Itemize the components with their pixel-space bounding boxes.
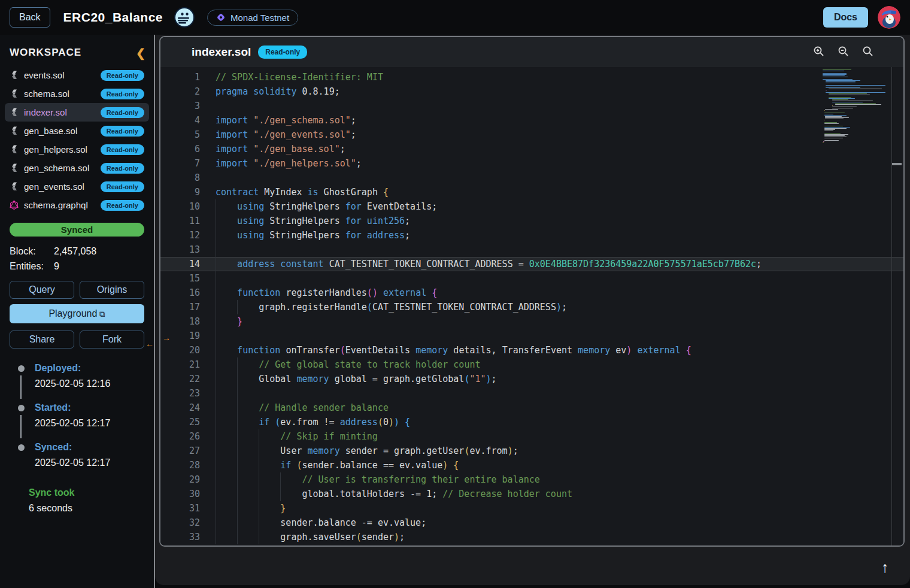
code-line-7[interactable]: 7import "./gen_helpers.sol"; bbox=[160, 156, 903, 171]
code-line-6[interactable]: 6import "./gen_base.sol"; bbox=[160, 142, 903, 156]
line-content: pragma solidity 0.8.19; bbox=[200, 84, 340, 99]
file-name: schema.sol bbox=[24, 89, 101, 99]
code-line-25[interactable]: 25if (ev.from != address(0)) { bbox=[160, 415, 903, 429]
code-line-29[interactable]: 29// User is transferring their entire b… bbox=[160, 472, 903, 487]
resize-handle-icon[interactable]: →← bbox=[145, 335, 171, 347]
solidity-file-icon bbox=[10, 144, 19, 154]
timeline-time: 2025-02-05 12:17 bbox=[35, 418, 154, 442]
code-line-18[interactable]: 18} bbox=[160, 314, 903, 329]
entities-label: Entities: bbox=[10, 261, 54, 272]
line-content: } bbox=[200, 314, 242, 329]
line-content: User memory sender = graph.getUser(ev.fr… bbox=[200, 444, 518, 458]
code-area[interactable]: 1// SPDX-License-Identifier: MIT2pragma … bbox=[160, 67, 903, 545]
line-number: 15 bbox=[160, 271, 200, 286]
network-label: Monad Testnet bbox=[230, 13, 289, 23]
collapse-sidebar-icon[interactable]: ❮ bbox=[136, 47, 145, 59]
code-line-19[interactable]: 19 bbox=[160, 329, 903, 343]
code-line-12[interactable]: 12using StringHelpers for address; bbox=[160, 228, 903, 243]
code-line-23[interactable]: 23 bbox=[160, 386, 903, 401]
solidity-file-icon bbox=[10, 70, 19, 80]
line-number: 13 bbox=[160, 243, 200, 257]
line-number: 25 bbox=[160, 415, 200, 429]
minimap[interactable] bbox=[823, 69, 887, 144]
code-line-21[interactable]: 21// Get global state to track holder co… bbox=[160, 357, 903, 372]
line-content: function registerHandles() external { bbox=[200, 286, 437, 300]
code-line-33[interactable]: 33graph.saveUser(sender); bbox=[160, 530, 903, 544]
code-line-10[interactable]: 10using StringHelpers for EventDetails; bbox=[160, 199, 903, 214]
sidebar-file-events.sol[interactable]: events.solRead-only bbox=[5, 66, 149, 84]
origins-button[interactable]: Origins bbox=[80, 281, 144, 299]
code-line-15[interactable]: 15 bbox=[160, 271, 903, 286]
code-line-1[interactable]: 1// SPDX-License-Identifier: MIT bbox=[160, 70, 903, 84]
zoom-out-icon[interactable] bbox=[838, 46, 849, 59]
sync-took-value: 6 seconds bbox=[29, 503, 154, 514]
sidebar-file-schema.sol[interactable]: schema.solRead-only bbox=[5, 84, 149, 103]
timeline-time: 2025-02-05 12:17 bbox=[35, 457, 154, 481]
sidebar-file-gen_helpers.sol[interactable]: gen_helpers.solRead-only bbox=[5, 140, 149, 159]
sidebar-file-gen_base.sol[interactable]: gen_base.solRead-only bbox=[5, 122, 149, 140]
code-line-30[interactable]: 30global.totalHolders -= 1; // Decrease … bbox=[160, 487, 903, 501]
line-content: // User is transferring their entire bal… bbox=[200, 472, 540, 487]
code-line-17[interactable]: 17graph.registerHandle(CAT_TESTNET_TOKEN… bbox=[160, 300, 903, 314]
sidebar-file-schema.graphql[interactable]: schema.graphqlRead-only bbox=[5, 196, 149, 214]
scrollbar-thumb[interactable] bbox=[892, 163, 902, 165]
code-line-4[interactable]: 4import "./gen_schema.sol"; bbox=[160, 113, 903, 128]
line-content bbox=[200, 243, 237, 257]
line-content: using StringHelpers for EventDetails; bbox=[200, 199, 437, 214]
line-content: function onTransfer(EventDetails memory … bbox=[200, 343, 691, 357]
share-button[interactable]: Share bbox=[10, 331, 74, 348]
query-button[interactable]: Query bbox=[10, 281, 74, 299]
docs-button[interactable]: Docs bbox=[823, 7, 868, 28]
file-name: indexer.sol bbox=[24, 107, 101, 117]
line-content: if (sender.balance == ev.value) { bbox=[200, 458, 459, 472]
code-line-2[interactable]: 2pragma solidity 0.8.19; bbox=[160, 84, 903, 99]
code-line-5[interactable]: 5import "./gen_events.sol"; bbox=[160, 128, 903, 142]
sidebar-file-indexer.sol[interactable]: indexer.solRead-only bbox=[5, 103, 149, 122]
line-number: 27 bbox=[160, 444, 200, 458]
scroll-to-top-button[interactable]: ↑ bbox=[872, 556, 898, 578]
search-icon[interactable] bbox=[862, 46, 873, 59]
sync-status-badge: Synced bbox=[10, 223, 144, 237]
code-line-24[interactable]: 24// Handle sender balance bbox=[160, 401, 903, 415]
code-line-20[interactable]: 20function onTransfer(EventDetails memor… bbox=[160, 343, 903, 357]
editor-header: indexer.sol Read-only bbox=[160, 37, 903, 67]
line-content: import "./gen_schema.sol"; bbox=[200, 113, 356, 128]
line-content bbox=[200, 386, 259, 401]
code-lines: 1// SPDX-License-Identifier: MIT2pragma … bbox=[160, 70, 903, 544]
code-line-9[interactable]: 9contract MyIndex is GhostGraph { bbox=[160, 185, 903, 199]
graphql-file-icon bbox=[10, 200, 19, 210]
sidebar: WORKSPACE ❮ events.solRead-onlyschema.so… bbox=[0, 35, 154, 588]
user-avatar[interactable] bbox=[878, 6, 900, 29]
readonly-badge: Read-only bbox=[101, 126, 144, 137]
external-link-icon: ⧉ bbox=[99, 310, 105, 319]
line-number: 12 bbox=[160, 228, 200, 243]
readonly-badge: Read-only bbox=[258, 46, 307, 59]
back-button[interactable]: Back bbox=[10, 7, 50, 28]
scrollbar-track bbox=[891, 67, 892, 545]
fork-button[interactable]: Fork bbox=[80, 331, 144, 348]
code-line-26[interactable]: 26// Skip if minting bbox=[160, 429, 903, 444]
code-line-27[interactable]: 27User memory sender = graph.getUser(ev.… bbox=[160, 444, 903, 458]
code-line-32[interactable]: 32sender.balance -= ev.value; bbox=[160, 516, 903, 530]
code-line-16[interactable]: 16function registerHandles() external { bbox=[160, 286, 903, 300]
line-content: import "./gen_events.sol"; bbox=[200, 128, 356, 142]
code-line-14[interactable]: 14address constant CAT_TESTNET_TOKEN_CON… bbox=[160, 257, 903, 271]
line-number: 1 bbox=[160, 70, 200, 84]
line-content bbox=[200, 99, 216, 113]
code-line-31[interactable]: 31} bbox=[160, 501, 903, 516]
code-line-3[interactable]: 3 bbox=[160, 99, 903, 113]
code-line-13[interactable]: 13 bbox=[160, 243, 903, 257]
code-line-28[interactable]: 28if (sender.balance == ev.value) { bbox=[160, 458, 903, 472]
line-content: graph.saveUser(sender); bbox=[200, 530, 405, 544]
sidebar-file-gen_schema.sol[interactable]: gen_schema.solRead-only bbox=[5, 159, 149, 177]
zoom-in-icon[interactable] bbox=[813, 46, 824, 59]
playground-button[interactable]: Playground⧉ bbox=[10, 304, 144, 323]
page: Back ERC20_Balance Monad Testnet bbox=[0, 0, 910, 588]
network-badge[interactable]: Monad Testnet bbox=[207, 10, 298, 26]
code-line-11[interactable]: 11using StringHelpers for uint256; bbox=[160, 214, 903, 228]
top-bar: Back ERC20_Balance Monad Testnet bbox=[0, 0, 910, 35]
line-content: contract MyIndex is GhostGraph { bbox=[200, 185, 389, 199]
code-line-22[interactable]: 22Global memory global = graph.getGlobal… bbox=[160, 372, 903, 386]
sidebar-file-gen_events.sol[interactable]: gen_events.solRead-only bbox=[5, 177, 149, 196]
code-line-8[interactable]: 8 bbox=[160, 171, 903, 185]
